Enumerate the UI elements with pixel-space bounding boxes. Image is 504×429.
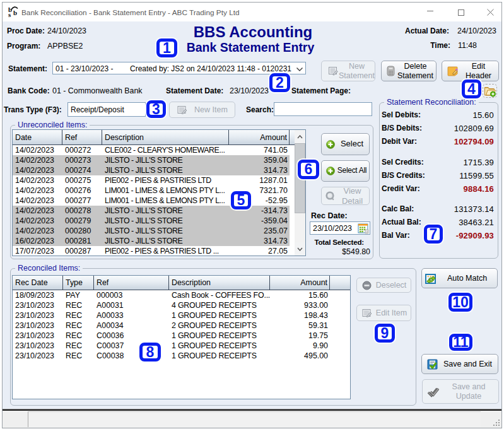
svg-text:b: b [13, 9, 17, 16]
svg-text:s: s [8, 11, 11, 18]
